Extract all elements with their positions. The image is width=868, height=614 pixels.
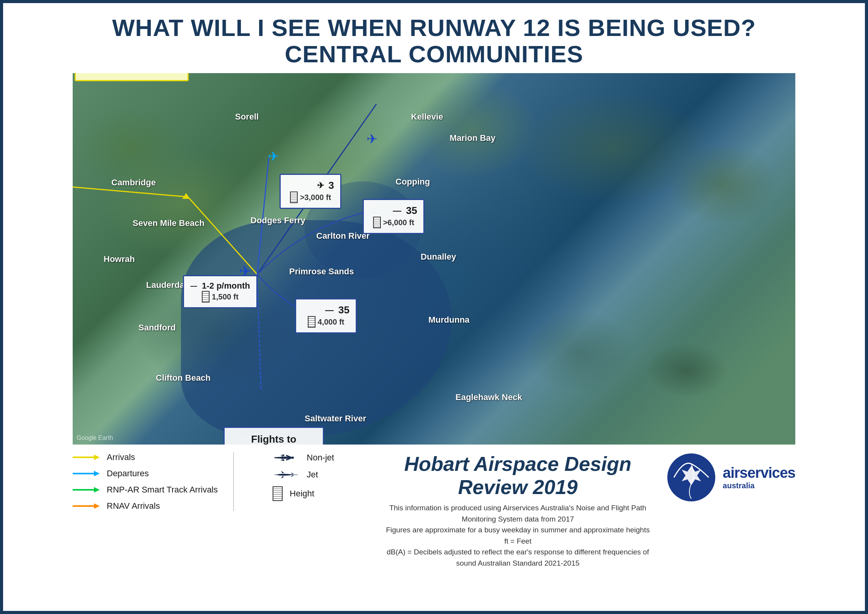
- legend-divider: [233, 452, 234, 511]
- label-carlton: Carlton River: [316, 231, 370, 241]
- svg-marker-11: [94, 487, 100, 493]
- legend-nonjet: Non-jet: [273, 452, 369, 463]
- center-info: Hobart Airspace Design Review 2019 This …: [369, 452, 666, 569]
- info-block: This information is produced using Airse…: [385, 499, 651, 569]
- plane-departure-3: ✈: [367, 131, 377, 147]
- legend-rnpar-label: RNP-AR Smart Track Arrivals: [107, 485, 218, 495]
- legend-nonjet-label: Non-jet: [307, 453, 334, 463]
- label-marion: Marion Bay: [450, 133, 496, 143]
- page-title-line2: CENTRAL COMMUNITIES: [19, 41, 849, 67]
- page-wrapper: WHAT WILL I SEE WHEN RUNWAY 12 IS BEING …: [0, 0, 868, 614]
- legend-departures-label: Departures: [107, 469, 149, 479]
- height-ruler-icon: [273, 486, 283, 501]
- label-copping: Copping: [396, 177, 430, 187]
- legend-rnav-label: RNAV Arrivals: [107, 501, 160, 511]
- label-primrose: Primrose Sands: [289, 267, 354, 277]
- legend-arrivals: Arrivals: [73, 452, 218, 462]
- label-dodges: Dodges Ferry: [251, 215, 305, 226]
- legend-left: Arrivals Departures RNP-AR Sma: [73, 452, 218, 511]
- svg-marker-9: [94, 471, 100, 476]
- logo-text: airservices: [723, 465, 795, 481]
- airservices-logo-icon: [666, 452, 716, 503]
- callout4-count: 35: [338, 304, 350, 316]
- logo-group: airservices australia: [666, 452, 795, 503]
- info-line-1: This information is produced using Airse…: [385, 503, 651, 525]
- callout-3-3000ft: ✈ 3 >3,000 ft: [280, 174, 341, 209]
- callout-35-4000ft: — 35 4,000 ft: [295, 298, 357, 334]
- callout2-count: 35: [406, 205, 417, 217]
- map-background: Sorell Cambridge Seven Mile Beach Howrah…: [73, 73, 795, 445]
- plane-departure-1: ✈: [239, 263, 251, 280]
- map-container: Sorell Cambridge Seven Mile Beach Howrah…: [73, 73, 795, 445]
- label-seven-mile: Seven Mile Beach: [133, 218, 205, 228]
- label-clifton: Clifton Beach: [156, 373, 211, 383]
- callout1-alt: >3,000 ft: [287, 192, 334, 203]
- footer: Arrivals Departures RNP-AR Sma: [3, 445, 865, 576]
- page-title-line1: WHAT WILL I SEE WHEN RUNWAY 12 IS BEING …: [19, 15, 849, 41]
- callout3-count: 1-2 p/month: [202, 281, 250, 291]
- label-kellevie: Kellevie: [411, 112, 443, 122]
- info-line-3: ft = Feet: [385, 536, 651, 547]
- legend-arrivals-label: Arrivals: [107, 452, 135, 462]
- callout1-count: 3: [329, 180, 334, 192]
- info-line-4: dB(A) = Decibels adjusted to reflect the…: [385, 547, 651, 569]
- callout2-alt: >6,000 ft: [370, 217, 417, 228]
- label-dunalley: Dunalley: [421, 252, 456, 262]
- legend-jet-label: Jet: [307, 470, 318, 480]
- label-murdunna: Murdunna: [428, 315, 469, 325]
- airservices-text-logo: airservices australia: [723, 465, 795, 490]
- legend-rnpar: RNP-AR Smart Track Arrivals: [73, 485, 218, 495]
- svg-marker-13: [94, 503, 100, 509]
- callout3-alt: 1,500 ft: [190, 291, 250, 303]
- legend-section: Arrivals Departures RNP-AR Sma: [73, 452, 369, 511]
- logo-area: airservices australia: [666, 452, 795, 503]
- legend-height-label: Height: [290, 489, 314, 499]
- label-cambridge: Cambridge: [111, 178, 156, 188]
- info-line-2: Figures are approximate for a busy weekd…: [385, 525, 651, 536]
- review-title: Hobart Airspace Design Review 2019: [385, 452, 651, 499]
- label-howrah: Howrah: [104, 254, 135, 264]
- google-earth-label: Google Earth: [77, 434, 113, 441]
- label-saltwater: Saltwater River: [305, 414, 366, 424]
- logo-subtitle: australia: [723, 481, 795, 490]
- header: WHAT WILL I SEE WHEN RUNWAY 12 IS BEING …: [3, 3, 865, 73]
- callout4-alt: 4,000 ft: [302, 316, 350, 328]
- label-from-airports: Flights from airportsacross Australia: [75, 73, 189, 81]
- legend-right: Non-jet Jet: [273, 452, 369, 501]
- callout-12month-1500ft: — 1-2 p/month 1,500 ft: [183, 275, 258, 308]
- label-sandford: Sandford: [138, 323, 176, 333]
- legend-height: Height: [273, 486, 369, 501]
- plane-departure-2: ✈: [268, 149, 279, 164]
- label-sorell: Sorell: [235, 112, 259, 122]
- legend-rnav: RNAV Arrivals: [73, 501, 218, 511]
- label-to-antarctica: Flights to Antarctica: [223, 427, 324, 445]
- legend-departures: Departures: [73, 469, 218, 479]
- callout-35-6000ft: — 35 >6,000 ft: [363, 199, 425, 234]
- svg-marker-7: [94, 455, 100, 460]
- legend-jet: Jet: [273, 469, 369, 480]
- label-eaglehawk: Eaglehawk Neck: [455, 392, 522, 402]
